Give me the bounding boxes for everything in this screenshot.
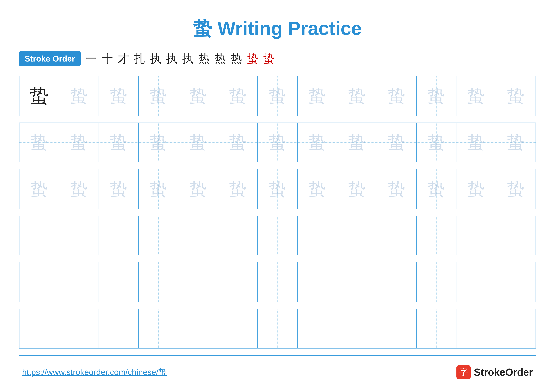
grid-cell-r4c9[interactable] (337, 216, 377, 255)
stroke-step-3: 才 (118, 51, 129, 66)
grid-cell-r1c3[interactable]: 蛰 (99, 76, 139, 116)
footer-url[interactable]: https://www.strokeorder.com/chinese/蛰 (22, 367, 167, 378)
grid-cell-r2c11[interactable]: 蛰 (416, 122, 456, 162)
grid-cell-r5c7[interactable] (258, 262, 297, 302)
char-guide: 蛰 (150, 177, 167, 201)
grid-cell-r3c3[interactable]: 蛰 (99, 169, 139, 209)
grid-cell-r3c10[interactable]: 蛰 (377, 169, 416, 209)
grid-cell-r1c13[interactable]: 蛰 (496, 76, 536, 116)
char-guide: 蛰 (70, 84, 88, 108)
char-guide: 蛰 (110, 177, 127, 201)
grid-cell-r5c1[interactable] (19, 262, 59, 302)
brand-icon: 字 (456, 365, 471, 379)
grid-cell-r3c5[interactable]: 蛰 (178, 169, 218, 209)
grid-cell-r1c9[interactable]: 蛰 (337, 76, 377, 116)
grid-cell-r2c12[interactable]: 蛰 (456, 122, 496, 162)
grid-cell-r2c1[interactable]: 蛰 (19, 122, 59, 162)
grid-cell-r3c13[interactable]: 蛰 (496, 169, 536, 209)
grid-cell-r2c3[interactable]: 蛰 (99, 122, 139, 162)
grid-cell-r3c11[interactable]: 蛰 (416, 169, 456, 209)
grid-cell-r3c7[interactable]: 蛰 (258, 169, 297, 209)
grid-cell-r4c4[interactable] (139, 216, 178, 255)
char-guide: 蛰 (467, 131, 485, 154)
stroke-step-12: 蛰 (263, 51, 274, 66)
grid-cell-r6c10[interactable] (377, 309, 416, 349)
grid-cell-r6c7[interactable] (258, 309, 297, 349)
grid-cell-r5c13[interactable] (496, 262, 536, 302)
grid-cell-r6c8[interactable] (297, 309, 337, 349)
grid-cell-r5c11[interactable] (416, 262, 456, 302)
grid-cell-r4c2[interactable] (59, 216, 99, 255)
grid-cell-r2c9[interactable]: 蛰 (337, 122, 377, 162)
char-guide: 蛰 (507, 177, 525, 201)
grid-cell-r6c1[interactable] (19, 309, 59, 349)
grid-cell-r1c6[interactable]: 蛰 (218, 76, 258, 116)
char-guide: 蛰 (150, 131, 167, 154)
grid-cell-r5c9[interactable] (337, 262, 377, 302)
grid-cell-r3c4[interactable]: 蛰 (139, 169, 178, 209)
grid-cell-r4c11[interactable] (416, 216, 456, 255)
grid-cell-r3c6[interactable]: 蛰 (218, 169, 258, 209)
grid-cell-r1c4[interactable]: 蛰 (139, 76, 178, 116)
grid-cell-r2c5[interactable]: 蛰 (178, 122, 218, 162)
grid-cell-r4c1[interactable] (19, 216, 59, 255)
grid-cell-r5c6[interactable] (218, 262, 258, 302)
grid-cell-r4c13[interactable] (496, 216, 536, 255)
grid-cell-r1c12[interactable]: 蛰 (456, 76, 496, 116)
grid-cell-r2c4[interactable]: 蛰 (139, 122, 178, 162)
stroke-step-7: 执 (182, 51, 194, 66)
char-main: 蛰 (30, 83, 49, 109)
grid-cell-r5c5[interactable] (178, 262, 218, 302)
char-guide: 蛰 (428, 84, 445, 108)
grid-cell-r6c3[interactable] (99, 309, 139, 349)
grid-cell-r6c4[interactable] (139, 309, 178, 349)
grid-cell-r6c11[interactable] (416, 309, 456, 349)
grid-cell-r4c7[interactable] (258, 216, 297, 255)
grid-cell-r3c12[interactable]: 蛰 (456, 169, 496, 209)
grid-cell-r6c13[interactable] (496, 309, 536, 349)
char-guide: 蛰 (308, 177, 326, 201)
grid-cell-r5c3[interactable] (99, 262, 139, 302)
char-guide: 蛰 (388, 131, 405, 154)
grid-cell-r3c1[interactable]: 蛰 (19, 169, 59, 209)
grid-cell-r5c2[interactable] (59, 262, 99, 302)
grid-cell-r2c8[interactable]: 蛰 (297, 122, 337, 162)
grid-cell-r6c6[interactable] (218, 309, 258, 349)
grid-cell-r6c2[interactable] (59, 309, 99, 349)
grid-cell-r1c5[interactable]: 蛰 (178, 76, 218, 116)
grid-cell-r4c5[interactable] (178, 216, 218, 255)
grid-cell-r3c9[interactable]: 蛰 (337, 169, 377, 209)
char-guide: 蛰 (30, 177, 48, 201)
stroke-step-2: 十 (102, 51, 113, 66)
grid-cell-r1c7[interactable]: 蛰 (258, 76, 297, 116)
grid-cell-r5c10[interactable] (377, 262, 416, 302)
grid-cell-r2c7[interactable]: 蛰 (258, 122, 297, 162)
grid-cell-r6c5[interactable] (178, 309, 218, 349)
grid-cell-r3c2[interactable]: 蛰 (59, 169, 99, 209)
grid-cell-r1c1[interactable]: 蛰 (19, 76, 59, 116)
grid-cell-r6c12[interactable] (456, 309, 496, 349)
grid-cell-r4c10[interactable] (377, 216, 416, 255)
grid-cell-r2c10[interactable]: 蛰 (377, 122, 416, 162)
grid-cell-r2c13[interactable]: 蛰 (496, 122, 536, 162)
practice-grid: 蛰 蛰 蛰 蛰 蛰 蛰 蛰 蛰 蛰 蛰 蛰 蛰 蛰 蛰 蛰 蛰 蛰 蛰 蛰 蛰 … (19, 76, 536, 356)
grid-cell-r5c4[interactable] (139, 262, 178, 302)
grid-cell-r2c6[interactable]: 蛰 (218, 122, 258, 162)
grid-cell-r1c8[interactable]: 蛰 (297, 76, 337, 116)
grid-cell-r1c11[interactable]: 蛰 (416, 76, 456, 116)
grid-cell-r6c9[interactable] (337, 309, 377, 349)
grid-cell-r4c3[interactable] (99, 216, 139, 255)
grid-cell-r4c6[interactable] (218, 216, 258, 255)
grid-cell-r2c2[interactable]: 蛰 (59, 122, 99, 162)
stroke-order-badge: Stroke Order (19, 51, 81, 66)
stroke-step-4: 扎 (134, 51, 145, 66)
grid-cell-r4c12[interactable] (456, 216, 496, 255)
char-guide: 蛰 (348, 177, 366, 201)
grid-cell-r1c2[interactable]: 蛰 (59, 76, 99, 116)
grid-cell-r3c8[interactable]: 蛰 (297, 169, 337, 209)
grid-cell-r5c12[interactable] (456, 262, 496, 302)
grid-cell-r5c8[interactable] (297, 262, 337, 302)
grid-cell-r1c10[interactable]: 蛰 (377, 76, 416, 116)
brand-name: StrokeOrder (474, 366, 533, 378)
grid-cell-r4c8[interactable] (297, 216, 337, 255)
